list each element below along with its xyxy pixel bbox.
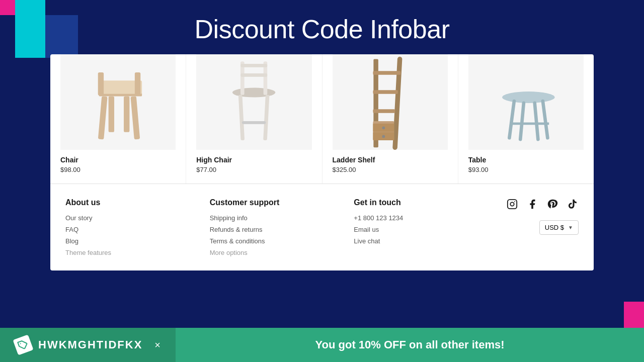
svg-rect-15 <box>242 121 266 124</box>
infobar-message: You got 10% OFF on all other items! <box>315 338 504 351</box>
footer-link-blog[interactable]: Blog <box>65 237 210 245</box>
product-name-shelf: Ladder Shelf <box>333 156 448 164</box>
product-image-shelf <box>333 54 448 150</box>
svg-point-24 <box>382 126 385 129</box>
pinterest-icon[interactable] <box>546 198 558 210</box>
currency-selector[interactable]: USD $ ▼ <box>539 220 579 235</box>
page-header: Discount Code Infobar <box>0 0 644 54</box>
svg-line-27 <box>509 101 514 138</box>
svg-line-30 <box>534 103 538 139</box>
svg-line-28 <box>543 101 548 138</box>
svg-rect-4 <box>109 97 114 132</box>
svg-point-25 <box>382 135 385 138</box>
product-image-highchair <box>196 54 311 150</box>
footer-link-our-story[interactable]: Our story <box>65 214 210 222</box>
product-name-chair: Chair <box>60 156 176 164</box>
svg-rect-7 <box>135 72 140 96</box>
tiktok-icon[interactable] <box>567 198 579 210</box>
discount-infobar: HWKMGHTIDFKX × You got 10% OFF on all ot… <box>0 328 644 362</box>
product-name-table: Table <box>468 156 584 164</box>
tag-icon <box>13 334 33 355</box>
footer-contact-heading: Get in touch <box>354 198 498 207</box>
facebook-icon[interactable] <box>526 198 538 210</box>
footer-phone[interactable]: +1 800 123 1234 <box>354 214 498 222</box>
svg-line-29 <box>520 103 524 139</box>
infobar-message-section: You got 10% OFF on all other items! <box>176 338 644 351</box>
product-price-chair: $98.00 <box>60 166 176 173</box>
svg-rect-5 <box>124 97 129 132</box>
footer-link-more[interactable]: More options <box>210 249 354 256</box>
infobar-code-section: HWKMGHTIDFKX × <box>0 328 176 362</box>
social-icons-row <box>506 198 579 210</box>
product-image-table <box>468 54 584 150</box>
products-grid: Chair $98.00 <box>50 54 594 184</box>
footer-support-heading: Customer support <box>210 198 354 207</box>
svg-rect-32 <box>508 200 517 209</box>
footer-social-currency: USD $ ▼ <box>498 198 579 260</box>
footer-about-heading: About us <box>65 198 210 207</box>
footer-link-refunds[interactable]: Refunds & returns <box>210 226 354 233</box>
chevron-down-icon: ▼ <box>568 225 573 230</box>
product-item-table: Table $93.00 <box>458 54 594 184</box>
footer-email[interactable]: Email us <box>354 226 498 233</box>
page-title: Discount Code Infobar <box>0 14 644 44</box>
currency-label: USD $ <box>545 224 564 231</box>
footer: About us Our story FAQ Blog Theme featur… <box>50 184 594 270</box>
product-item-chair: Chair $98.00 <box>50 54 186 184</box>
infobar-close-button[interactable]: × <box>154 339 160 351</box>
svg-rect-18 <box>373 71 400 75</box>
product-price-table: $93.00 <box>468 166 584 173</box>
footer-link-terms[interactable]: Terms & conditions <box>210 237 354 245</box>
product-image-chair <box>60 54 176 150</box>
product-name-highchair: High Chair <box>196 156 311 164</box>
product-item-shelf: Ladder Shelf $325.00 <box>323 54 458 184</box>
footer-link-theme[interactable]: Theme features <box>65 249 210 256</box>
footer-link-faq[interactable]: FAQ <box>65 226 210 233</box>
footer-customer-support: Customer support Shipping info Refunds &… <box>210 198 354 260</box>
svg-rect-3 <box>130 96 140 139</box>
product-price-shelf: $325.00 <box>333 166 448 173</box>
svg-rect-9 <box>238 95 245 141</box>
instagram-icon[interactable] <box>506 198 518 210</box>
svg-rect-2 <box>98 96 108 139</box>
footer-live-chat[interactable]: Live chat <box>354 237 498 245</box>
svg-rect-10 <box>263 95 269 141</box>
svg-point-34 <box>514 201 515 202</box>
footer-about-us: About us Our story FAQ Blog Theme featur… <box>65 198 210 260</box>
svg-point-33 <box>510 202 514 206</box>
svg-rect-6 <box>98 72 104 96</box>
svg-rect-20 <box>373 109 395 113</box>
svg-point-26 <box>502 92 555 103</box>
svg-rect-19 <box>373 90 397 94</box>
discount-code: HWKMGHTIDFKX <box>38 338 142 351</box>
product-item-highchair: High Chair $77.00 <box>186 54 322 184</box>
product-price-highchair: $77.00 <box>196 166 311 173</box>
footer-link-shipping[interactable]: Shipping info <box>210 214 354 222</box>
footer-get-in-touch: Get in touch +1 800 123 1234 Email us Li… <box>354 198 498 260</box>
svg-rect-14 <box>240 73 267 77</box>
svg-rect-13 <box>240 64 267 67</box>
bg-decor-pink-br <box>624 302 644 332</box>
content-card: Chair $98.00 <box>50 54 594 270</box>
